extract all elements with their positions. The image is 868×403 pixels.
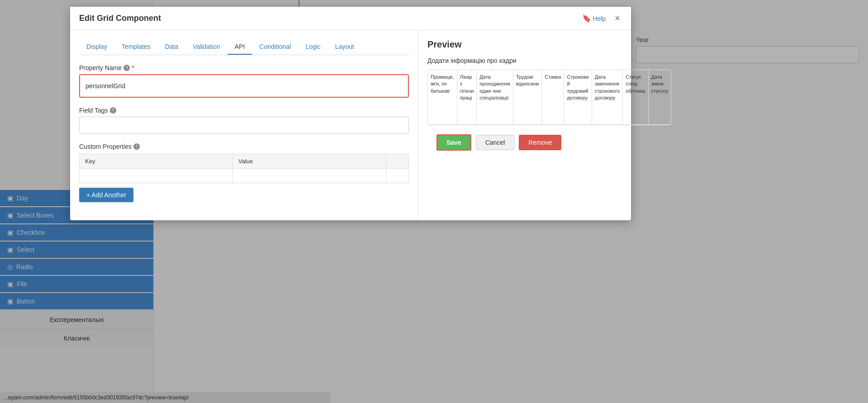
help-icon: 🔖 [582,14,591,23]
key-header: Key [80,154,233,169]
modal-header-right: 🔖 Help × [582,13,622,24]
custom-properties-label: Custom Properties ? [79,143,409,150]
cancel-button[interactable]: Cancel [476,135,515,150]
custom-properties-table: Key Value [79,154,409,183]
modal-right-panel: Preview Додати інформацію про кадри Пріз… [418,30,680,220]
modal-footer: Save Cancel Remove [427,125,671,160]
preview-col-5: Строкови й трудовий договору [564,70,592,124]
modal-body: Display Templates Data Validation API Co… [70,30,631,220]
modal-left-panel: Display Templates Data Validation API Co… [70,30,418,220]
action-cell [386,169,409,183]
preview-col-1: Лікар з гігієни праці [457,70,477,124]
tab-layout[interactable]: Layout [328,39,361,55]
action-header [386,154,409,169]
field-tags-input[interactable] [79,117,409,134]
property-name-label: Property Name ? * [79,64,409,71]
field-tags-label: Field Tags ? [79,107,409,114]
value-input[interactable] [233,169,386,183]
preview-col-8: Дата зміни статусу [649,70,671,124]
key-input[interactable] [80,169,232,183]
property-name-wrapper [79,74,409,98]
preview-col-7: Статус сліпр обітника [623,70,648,124]
preview-col-3: Трудові відносини [513,70,542,124]
tab-display[interactable]: Display [79,39,114,55]
property-name-required: * [132,64,134,71]
custom-properties-group: Custom Properties ? Key Value [79,143,409,202]
add-another-button[interactable]: + Add Another [79,188,133,202]
preview-grid: Прізвище, ім'я, по батькові Лікар з гігі… [427,70,671,125]
modal-header: Edit Grid Component 🔖 Help × [70,7,631,30]
tab-logic[interactable]: Logic [298,39,327,55]
preview-grid-header: Прізвище, ім'я, по батькові Лікар з гігі… [428,70,671,125]
key-cell [80,169,233,183]
field-tags-group: Field Tags ? [79,107,409,134]
property-name-group: Property Name ? * [79,64,409,98]
property-name-input[interactable] [85,81,403,91]
field-tags-info-icon[interactable]: ? [110,107,116,114]
tab-validation[interactable]: Validation [185,39,227,55]
save-button[interactable]: Save [436,134,471,151]
modal-tabs: Display Templates Data Validation API Co… [79,39,409,55]
preview-col-6: Дата закінчення строкового договору [592,70,623,124]
table-row [80,169,409,183]
tab-data[interactable]: Data [158,39,186,55]
tab-conditional[interactable]: Conditional [252,39,298,55]
edit-grid-modal: Edit Grid Component 🔖 Help × Display Tem… [70,7,631,220]
property-name-info-icon[interactable]: ? [123,65,130,71]
preview-col-2: Дата проходження одже ння спеціалізації [477,70,513,124]
modal-title: Edit Grid Component [79,14,161,23]
preview-subtitle: Додати інформацію про кадри [427,57,671,64]
remove-button[interactable]: Remove [519,135,561,150]
help-link[interactable]: 🔖 Help [582,14,606,23]
preview-title: Preview [427,39,671,50]
value-cell [233,169,386,183]
value-header: Value [233,154,386,169]
tab-api[interactable]: API [228,39,252,55]
close-button[interactable]: × [613,13,622,24]
preview-col-0: Прізвище, ім'я, по батькові [428,70,457,124]
tab-templates[interactable]: Templates [114,39,158,55]
custom-properties-info-icon[interactable]: ? [133,143,140,150]
preview-col-4: Ставка [542,70,564,124]
